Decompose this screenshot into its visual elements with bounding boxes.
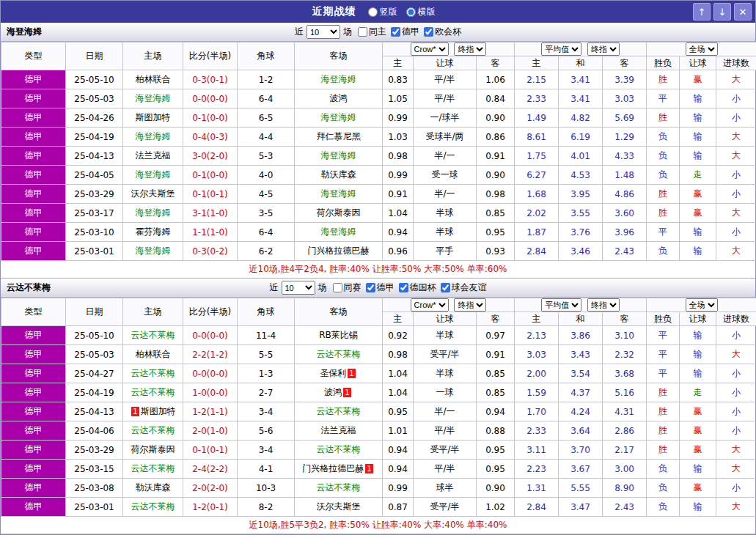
vertical-layout-radio[interactable]: [368, 7, 378, 17]
odds-source-select[interactable]: Crow*: [411, 298, 449, 312]
checkbox-input[interactable]: [391, 27, 400, 37]
checkbox-label: 同赛: [344, 281, 362, 294]
filter-checkbox-同赛[interactable]: 同赛: [333, 281, 362, 294]
col-avg-home: 主: [515, 56, 559, 70]
team-text: 海登海姆: [136, 131, 171, 141]
odds-period-select[interactable]: 终指: [454, 43, 486, 56]
date-cell: 25-03-15: [66, 460, 123, 479]
col-goals: 进球数: [716, 56, 756, 70]
scope-select[interactable]: 全场: [686, 298, 718, 312]
league-cell: 德甲: [1, 204, 66, 223]
corner-cell: 1-2: [238, 70, 295, 89]
avg-home-cell: 2.00: [515, 364, 559, 383]
checkbox-input[interactable]: [424, 27, 433, 37]
odds-away-cell: 0.97: [477, 326, 515, 345]
home-team-cell: 荷尔斯泰因: [123, 441, 183, 460]
league-cell: 德甲: [1, 460, 66, 479]
red-card-badge: 1: [131, 407, 139, 416]
avg-away-cell: 5.16: [603, 383, 647, 402]
home-team-cell: 柏林联合: [123, 345, 183, 364]
filter-checkbox-德甲[interactable]: 德甲: [391, 26, 419, 38]
league-cell: 德甲: [1, 345, 66, 364]
avg-home-cell: 3.03: [515, 345, 559, 364]
away-team-cell: 云达不莱梅: [295, 402, 383, 421]
team-text: 云达不莱梅: [131, 387, 175, 397]
result-cell: 胜: [647, 204, 680, 223]
avg-period-select[interactable]: 终指: [587, 43, 620, 56]
date-cell: 25-03-29: [66, 441, 123, 460]
league-cell: 德甲: [1, 89, 66, 108]
date-cell: 25-03-17: [66, 204, 123, 223]
layout-option-horizontal[interactable]: 横版: [406, 6, 436, 18]
team-text: 云达不莱梅: [131, 425, 175, 435]
date-cell: 25-04-27: [66, 364, 123, 383]
home-team-cell: 云达不莱梅: [123, 364, 183, 383]
filter-checkbox-德国杯[interactable]: 德国杯: [399, 281, 436, 294]
handicap-cell: 一球: [414, 383, 477, 402]
recent-count-select[interactable]: 10: [282, 281, 315, 295]
checkbox-input[interactable]: [441, 283, 450, 292]
handicap-cell: 半/一: [414, 402, 477, 421]
team-text: 柏林联合: [136, 74, 171, 84]
corner-cell: 6-4: [238, 223, 295, 242]
result-cell: 胜: [647, 185, 680, 204]
avg-source-select[interactable]: 平均值: [541, 43, 581, 56]
avg-source-select[interactable]: 平均值: [541, 298, 581, 312]
section-header: 海登海姆 近 10 场 同主德甲欧会杯: [1, 23, 755, 42]
filter-checkbox-欧会杯[interactable]: 欧会杯: [424, 26, 461, 38]
league-cell: 德甲: [1, 166, 66, 185]
date-cell: 25-03-01: [66, 242, 123, 261]
handicap-cell: 平/半: [414, 89, 477, 108]
filter-checkbox-同主[interactable]: 同主: [358, 26, 386, 38]
result-cell: 负: [647, 147, 680, 166]
scope-select[interactable]: 全场: [686, 43, 718, 56]
odds-home-cell: 1.04: [383, 383, 414, 402]
team-text: 法兰克福: [321, 425, 356, 435]
close-icon[interactable]: ✕: [734, 3, 752, 21]
recent-count-select[interactable]: 10: [307, 25, 340, 39]
avg-period-select[interactable]: 终指: [587, 298, 620, 312]
odds-period-select[interactable]: 终指: [454, 298, 486, 312]
team-text: 圣保利: [320, 368, 346, 378]
home-team-cell: 海登海姆: [123, 242, 183, 261]
goals-result-cell: 大: [716, 242, 756, 261]
handicap-cell: 平手: [414, 242, 477, 261]
filter-checkbox-球会友谊[interactable]: 球会友谊: [441, 281, 487, 294]
date-cell: 25-04-05: [66, 166, 123, 185]
filter-checkbox-德甲[interactable]: 德甲: [366, 281, 394, 294]
checkbox-input[interactable]: [358, 27, 367, 37]
result-cell: 胜: [647, 441, 680, 460]
score-cell: 2-4(2-2): [183, 460, 238, 479]
scroll-up-button[interactable]: ↑: [693, 3, 711, 21]
goals-result-cell: 小: [716, 108, 756, 128]
odds-home-cell: 0.99: [383, 479, 414, 498]
horizontal-layout-radio[interactable]: [406, 7, 416, 17]
scope-header-cell: 全场: [647, 298, 756, 312]
red-card-badge: 1: [348, 369, 355, 378]
odds-away-cell: 0.95: [477, 460, 515, 479]
handicap-cell: 半球: [414, 204, 477, 223]
checkbox-input[interactable]: [366, 283, 375, 292]
scroll-down-button[interactable]: ↓: [713, 3, 731, 21]
avg-draw-cell: 4.01: [559, 147, 603, 166]
odds-source-select[interactable]: Crow*: [411, 43, 449, 56]
goals-result-cell: 小: [716, 89, 756, 108]
goals-result-cell: 小: [716, 383, 756, 402]
team-text: 云达不莱梅: [131, 330, 175, 340]
avg-away-cell: 2.32: [603, 345, 647, 364]
layout-option-vertical[interactable]: 竖版: [368, 6, 397, 18]
handicap-cell: 受一球: [414, 166, 477, 185]
checkbox-input[interactable]: [333, 283, 342, 292]
avg-away-cell: 8.90: [603, 479, 647, 498]
col-league: 类型: [1, 43, 66, 70]
avg-home-cell: 2.33: [515, 421, 559, 441]
score-cell: 1-1(1-0): [183, 223, 238, 242]
match-row: 德甲25-04-27云达不莱梅0-0(0-0)1-3圣保利11.04半球0.85…: [1, 364, 756, 383]
handicap-cell: 半/一: [414, 185, 477, 204]
checkbox-input[interactable]: [399, 283, 408, 292]
match-row: 德甲25-04-19海登海姆0-4(0-3)4-4拜仁慕尼黑1.03受球半/两0…: [1, 128, 756, 147]
goals-result-cell: 大: [716, 204, 756, 223]
home-team-cell: 海登海姆: [123, 89, 183, 108]
odds-home-cell: 0.95: [383, 402, 414, 421]
team-section-heidenheim: 海登海姆 近 10 场 同主德甲欧会杯 类型 日期 主场 比分(半场): [1, 23, 755, 279]
